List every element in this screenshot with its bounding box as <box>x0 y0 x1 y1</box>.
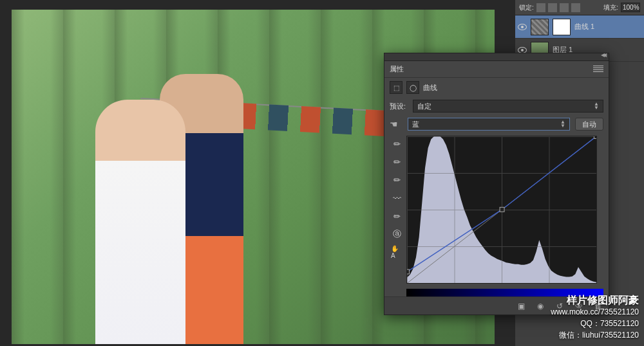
lock-label: 锁定: <box>519 3 534 12</box>
lock-transparency-icon[interactable] <box>536 3 545 12</box>
panel-menu-icon[interactable] <box>593 66 603 73</box>
delete-icon[interactable]: 🗑 <box>593 302 603 311</box>
fill-label: 填充: <box>603 3 618 12</box>
pencil-curve-icon[interactable]: ✏ <box>391 210 402 222</box>
toggle-visibility-icon[interactable]: 👁 <box>574 302 584 311</box>
lock-all-icon[interactable] <box>571 3 580 12</box>
preset-value: 自定 <box>417 102 431 111</box>
panel-collapse-bar[interactable] <box>384 53 609 61</box>
curves-graph[interactable] <box>406 136 597 284</box>
eyedropper-white-icon[interactable]: ✎ <box>388 172 404 188</box>
curves-tools: ✎ ✎ ✎ 〰 ✏ ⓐ ✋A <box>390 136 404 284</box>
previous-state-icon[interactable]: ◉ <box>535 302 545 311</box>
layer-row-curves[interactable]: 曲线 1 <box>515 15 644 39</box>
adjustment-type-label: 曲线 <box>423 83 437 93</box>
layer-mask-thumbnail[interactable] <box>553 19 571 35</box>
lock-bar: 锁定: 填充: 100% <box>515 0 644 15</box>
target-adjust-icon[interactable] <box>390 119 402 129</box>
hand-icon[interactable]: ✋A <box>391 246 402 258</box>
point-curve-icon[interactable]: 〰 <box>391 192 402 204</box>
auto-button[interactable]: 自动 <box>575 118 603 131</box>
layer-name[interactable]: 曲线 1 <box>574 22 594 32</box>
clip-to-layer-icon[interactable]: ▣ <box>516 302 526 311</box>
curves-icon[interactable]: ⬚ <box>390 81 402 94</box>
curves-body: ✎ ✎ ✎ 〰 ✏ ⓐ ✋A <box>384 133 609 289</box>
input-gradient <box>406 289 603 296</box>
mask-mode-icon[interactable]: ◯ <box>406 81 419 94</box>
preset-label: 预设: <box>390 102 409 111</box>
image-content <box>95 74 256 344</box>
svg-rect-2 <box>500 207 504 212</box>
fill-input[interactable]: 100% <box>621 3 640 12</box>
eyedropper-gray-icon[interactable]: ✎ <box>388 154 404 170</box>
preset-select[interactable]: 自定 ▲▼ <box>413 100 603 113</box>
reset-icon[interactable]: ↺ <box>554 302 565 311</box>
lock-pixels-icon[interactable] <box>548 3 557 12</box>
visibility-icon[interactable] <box>518 47 527 53</box>
adjustment-type-row: ⬚ ◯ 曲线 <box>384 78 609 97</box>
eyedropper-black-icon[interactable]: ✎ <box>388 136 404 152</box>
panel-header: 属性 <box>384 61 609 78</box>
layer-thumbnail[interactable] <box>531 19 549 35</box>
visibility-icon[interactable] <box>518 24 527 30</box>
lock-position-icon[interactable] <box>560 3 569 12</box>
dropdown-arrows-icon: ▲▼ <box>560 120 565 128</box>
svg-rect-1 <box>407 269 409 274</box>
panel-footer: ▣ ◉ ↺ 👁 🗑 <box>384 296 609 314</box>
channel-value: 蓝 <box>412 120 419 129</box>
curve-line[interactable] <box>407 136 596 283</box>
svg-rect-3 <box>594 136 596 138</box>
panel-title: 属性 <box>390 64 404 74</box>
smooth-icon[interactable]: ⓐ <box>391 228 402 240</box>
dropdown-arrows-icon: ▲▼ <box>594 102 599 110</box>
channel-row: 蓝 ▲▼ 自动 <box>384 115 609 133</box>
preset-row: 预设: 自定 ▲▼ <box>384 97 609 115</box>
channel-select[interactable]: 蓝 ▲▼ <box>408 118 570 131</box>
properties-panel: 属性 ⬚ ◯ 曲线 预设: 自定 ▲▼ 蓝 ▲▼ 自动 ✎ ✎ ✎ 〰 ✏ ⓐ <box>384 53 609 315</box>
